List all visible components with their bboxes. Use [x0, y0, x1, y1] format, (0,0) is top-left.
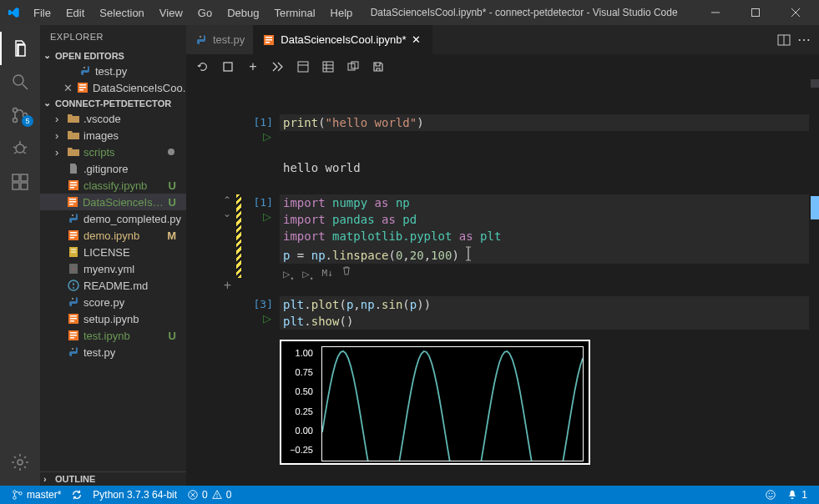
python-env[interactable]: Python 3.7.3 64-bit	[88, 489, 182, 501]
interrupt-kernel-icon[interactable]	[221, 60, 235, 73]
problems[interactable]: 0 0	[182, 489, 236, 501]
diff-indicator	[236, 296, 241, 330]
file-item[interactable]: test.py	[40, 344, 186, 360]
run-icon[interactable]: ▷	[243, 310, 280, 325]
git-status: U	[169, 330, 176, 342]
menu-terminal[interactable]: Terminal	[267, 3, 321, 23]
file-icon	[67, 345, 80, 359]
code-line[interactable]: plt.show()	[280, 313, 809, 330]
close-icon[interactable]: ✕	[63, 82, 73, 94]
toolbar-icon-2[interactable]	[321, 60, 335, 73]
file-icon	[67, 112, 80, 125]
file-item[interactable]: demo_completed.py	[40, 210, 186, 227]
code-block[interactable]: plt.plot(p,np.sin(p))plt.show()	[280, 296, 819, 330]
scrollbar-highlight	[811, 196, 819, 219]
activity-search[interactable]	[0, 65, 40, 98]
file-item[interactable]: setup.ipynb	[40, 310, 186, 327]
menu-selection[interactable]: Selection	[93, 3, 150, 23]
notebook-body[interactable]: [1]▷print("hello world")hello world⌃⌄+[1…	[186, 79, 819, 486]
svg-point-84	[769, 493, 770, 494]
svg-point-4	[13, 75, 23, 85]
git-branch[interactable]: master*	[7, 489, 66, 501]
titlebar: File Edit Selection View Go Debug Termin…	[0, 0, 819, 25]
run-icon[interactable]: ▷	[243, 129, 280, 143]
menu-debug[interactable]: Debug	[220, 3, 265, 23]
svg-rect-23	[79, 87, 86, 88]
minimize-button[interactable]	[699, 1, 732, 24]
svg-point-46	[72, 298, 73, 300]
folder-item[interactable]: ›.vscode	[40, 110, 186, 127]
open-editor-item[interactable]: test.py	[40, 63, 186, 79]
toolbar-icon-1[interactable]	[296, 60, 310, 73]
run-below-icon[interactable]: ▷•	[302, 265, 313, 288]
file-item[interactable]: README.md	[40, 277, 186, 294]
add-cell-icon[interactable]: +	[224, 278, 231, 293]
menu-edit[interactable]: Edit	[59, 3, 91, 23]
file-item[interactable]: demo.ipynbM	[40, 227, 186, 244]
notebook-toolbar: +	[186, 54, 819, 79]
restart-kernel-icon[interactable]	[196, 60, 210, 73]
svg-rect-48	[70, 315, 77, 317]
sync-button[interactable]	[66, 489, 88, 501]
save-icon[interactable]	[372, 60, 385, 73]
toolbar-icon-3[interactable]	[346, 60, 360, 73]
menu-go[interactable]: Go	[191, 3, 219, 23]
run-cell-icon[interactable]: ▷•	[283, 265, 294, 288]
plot-ytick: 1.00	[281, 345, 318, 364]
maximize-button[interactable]	[739, 1, 772, 24]
code-line[interactable]: import numpy as np	[280, 194, 809, 211]
outline-header[interactable]: › OUTLINE	[40, 471, 186, 486]
notifications-icon[interactable]: 1	[781, 489, 812, 501]
run-icon[interactable]: ▷	[243, 209, 280, 223]
open-editor-item[interactable]: ✕DataScienceIsCoo...	[40, 79, 186, 96]
file-item[interactable]: .gitignore	[40, 160, 186, 177]
code-line[interactable]: import matplotlib.pyplot as plt	[280, 228, 809, 244]
menu-help[interactable]: Help	[324, 3, 360, 23]
file-item[interactable]: LICENSE	[40, 244, 186, 260]
menu-view[interactable]: View	[153, 3, 190, 23]
project-header[interactable]: ⌄ CONNECT-PETDETECTOR	[40, 96, 186, 110]
markdown-icon[interactable]: M↓	[322, 265, 333, 288]
notebook-cell[interactable]: [1]▷print("hello world")	[186, 113, 819, 144]
code-line[interactable]: import pandas as pd	[280, 211, 809, 228]
notebook-cell[interactable]: [3]▷plt.plot(p,np.sin(p))plt.show()	[186, 295, 819, 331]
file-item[interactable]: classify.ipynbU	[40, 177, 186, 194]
delete-cell-icon[interactable]	[341, 265, 351, 288]
file-item[interactable]: !myenv.yml	[40, 260, 186, 277]
editor-tab[interactable]: test.py	[186, 25, 254, 54]
collapse-down-icon[interactable]: ⌄	[223, 208, 231, 219]
code-block[interactable]: import numpy as npimport pandas as pdimp…	[280, 194, 819, 293]
open-editors-header[interactable]: ⌄ OPEN EDITORS	[40, 48, 186, 63]
code-line[interactable]: plt.plot(p,np.sin(p))	[280, 296, 809, 313]
svg-point-82	[216, 496, 217, 497]
activity-debug[interactable]	[0, 132, 40, 165]
close-button[interactable]	[779, 1, 812, 24]
close-icon[interactable]: ✕	[412, 33, 423, 46]
tab-label: test.py	[213, 33, 245, 46]
file-item[interactable]: DataScienceIsCo...U	[40, 194, 186, 210]
folder-item[interactable]: ›scripts	[40, 144, 186, 160]
feedback-icon[interactable]	[760, 489, 781, 501]
menu-file[interactable]: File	[27, 3, 58, 23]
activity-settings[interactable]	[0, 446, 40, 479]
activity-extensions[interactable]	[0, 165, 40, 199]
code-line[interactable]: print("hello world")	[280, 114, 809, 131]
folder-item[interactable]: ›images	[40, 127, 186, 144]
file-item[interactable]: test.ipynbU	[40, 327, 186, 344]
svg-point-83	[766, 491, 776, 500]
activity-bar: 5	[0, 25, 40, 486]
activity-source-control[interactable]: 5	[0, 98, 40, 132]
split-editor-icon[interactable]	[777, 33, 791, 47]
file-icon	[195, 33, 208, 47]
activity-explorer[interactable]	[0, 32, 40, 65]
run-all-icon[interactable]	[271, 60, 285, 73]
svg-point-77	[19, 492, 23, 496]
editor-tab[interactable]: DataScienceIsCool.ipynb*✕	[254, 25, 432, 54]
code-block[interactable]: print("hello world")	[280, 114, 819, 143]
code-line[interactable]: p = np.linspace(0,20,100)	[280, 244, 809, 264]
more-actions-icon[interactable]: ⋯	[797, 32, 811, 48]
notebook-cell[interactable]: ⌃⌄+[1]▷import numpy as npimport pandas a…	[186, 193, 819, 295]
file-item[interactable]: score.py	[40, 294, 186, 310]
add-cell-icon[interactable]: +	[246, 60, 260, 73]
collapse-up-icon[interactable]: ⌃	[223, 194, 231, 206]
